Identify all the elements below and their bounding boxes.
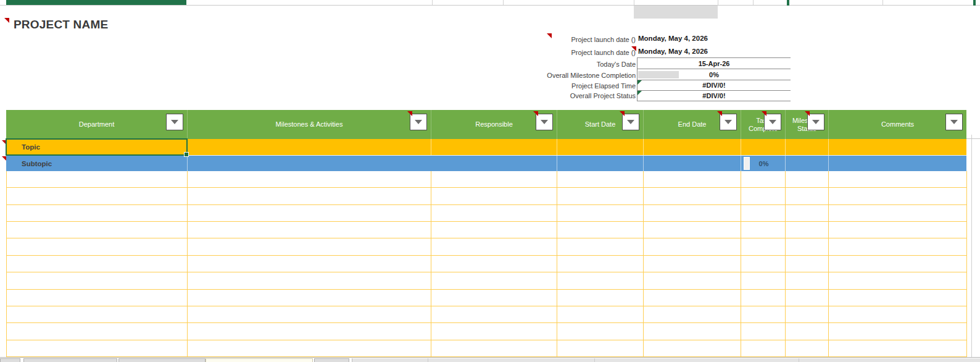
empty-cell[interactable]: [829, 306, 967, 323]
milestone-completion-cell[interactable]: 0%: [637, 69, 791, 80]
filter-dropdown-button[interactable]: [536, 114, 553, 130]
empty-cell[interactable]: [786, 205, 829, 222]
header-end-date[interactable]: End Date: [643, 110, 741, 139]
empty-cell[interactable]: [786, 290, 829, 306]
empty-cell[interactable]: [557, 205, 644, 222]
empty-cell[interactable]: [644, 272, 741, 289]
empty-cell[interactable]: [644, 205, 741, 222]
empty-cell[interactable]: [7, 188, 188, 204]
empty-cell[interactable]: [431, 222, 557, 238]
empty-cell[interactable]: [644, 290, 741, 306]
topic-task-complete-cell[interactable]: [741, 139, 785, 155]
empty-cell[interactable]: [7, 171, 188, 188]
empty-cell[interactable]: [741, 188, 786, 204]
filter-dropdown-button[interactable]: [720, 114, 737, 130]
filter-dropdown-button[interactable]: [807, 114, 824, 130]
empty-cell[interactable]: [786, 340, 829, 357]
sheet-tab[interactable]: [118, 358, 206, 362]
empty-cell[interactable]: [829, 188, 967, 204]
sheet-tab-active[interactable]: [206, 358, 313, 362]
empty-cell[interactable]: [431, 323, 557, 340]
topic-responsible-cell[interactable]: [431, 139, 557, 155]
empty-cell[interactable]: [431, 306, 557, 323]
empty-cell[interactable]: [7, 205, 188, 222]
subtopic-task-complete-cell[interactable]: 0%: [741, 156, 785, 171]
subtopic-department-cell[interactable]: Subtopic: [6, 156, 187, 171]
empty-cell[interactable]: [7, 272, 188, 289]
empty-cell[interactable]: [557, 272, 644, 289]
filter-dropdown-button[interactable]: [945, 114, 963, 130]
sheet-tab[interactable]: [23, 358, 117, 362]
empty-cell[interactable]: [188, 171, 431, 188]
empty-cell[interactable]: [829, 222, 967, 238]
empty-cell[interactable]: [431, 171, 557, 188]
empty-cell[interactable]: [741, 290, 786, 306]
empty-cell[interactable]: [786, 222, 829, 238]
empty-cell[interactable]: [786, 188, 829, 204]
subtopic-comments-cell[interactable]: [828, 156, 966, 171]
empty-cell[interactable]: [741, 306, 786, 323]
subtopic-milestone-status-cell[interactable]: [785, 156, 828, 171]
empty-cell[interactable]: [7, 290, 188, 306]
empty-cell[interactable]: [644, 323, 741, 340]
empty-cell[interactable]: [786, 272, 829, 289]
empty-cell[interactable]: [557, 340, 644, 357]
empty-cell[interactable]: [557, 238, 644, 255]
filter-dropdown-button[interactable]: [622, 114, 639, 130]
empty-cell[interactable]: [188, 205, 431, 222]
topic-milestone-status-cell[interactable]: [785, 139, 828, 155]
empty-cell[interactable]: [431, 256, 557, 272]
todays-date-cell[interactable]: 15-Apr-26: [637, 58, 791, 69]
empty-cell[interactable]: [188, 222, 431, 238]
header-responsible[interactable]: Responsible: [431, 110, 557, 139]
empty-cell[interactable]: [741, 340, 786, 357]
empty-cell[interactable]: [188, 256, 431, 272]
empty-cell[interactable]: [557, 256, 644, 272]
empty-cell[interactable]: [188, 272, 431, 289]
empty-cell[interactable]: [7, 323, 188, 340]
empty-cell[interactable]: [431, 205, 557, 222]
empty-cell[interactable]: [741, 238, 786, 255]
filter-dropdown-button[interactable]: [764, 114, 781, 130]
project-status-cell[interactable]: #DIV/0!: [637, 91, 791, 101]
empty-cell[interactable]: [431, 272, 557, 289]
header-milestones-activities[interactable]: Milestones & Activities: [187, 110, 431, 139]
elapsed-time-cell[interactable]: #DIV/0!: [637, 80, 791, 91]
empty-cell[interactable]: [644, 171, 741, 188]
empty-cell[interactable]: [188, 323, 431, 340]
empty-cell[interactable]: [557, 171, 644, 188]
header-task-complete[interactable]: Task Complete: [741, 110, 785, 139]
empty-cell[interactable]: [431, 188, 557, 204]
topic-comments-cell[interactable]: [828, 139, 966, 155]
empty-cell[interactable]: [829, 272, 967, 289]
empty-cell[interactable]: [188, 238, 431, 255]
empty-cell[interactable]: [786, 323, 829, 340]
topic-start-date-cell[interactable]: [557, 139, 643, 155]
empty-cell[interactable]: [431, 290, 557, 306]
launch-date-value-2[interactable]: Monday, May 4, 2026: [638, 47, 708, 56]
empty-cell[interactable]: [188, 340, 431, 357]
empty-cell[interactable]: [557, 222, 644, 238]
empty-cell[interactable]: [741, 272, 786, 289]
empty-cell[interactable]: [644, 306, 741, 323]
empty-cell[interactable]: [786, 306, 829, 323]
empty-cell[interactable]: [741, 256, 786, 272]
empty-cell[interactable]: [741, 171, 786, 188]
empty-cell[interactable]: [829, 290, 967, 306]
header-department[interactable]: Department: [6, 110, 187, 139]
empty-cell[interactable]: [7, 340, 188, 357]
empty-cell[interactable]: [829, 171, 967, 188]
empty-cell[interactable]: [644, 238, 741, 255]
empty-cell[interactable]: [557, 306, 644, 323]
subtopic-milestones-cell[interactable]: [187, 156, 557, 171]
empty-cell[interactable]: [557, 188, 644, 204]
empty-cell[interactable]: [786, 238, 829, 255]
topic-end-date-cell[interactable]: [643, 139, 741, 155]
empty-cell[interactable]: [829, 205, 967, 222]
empty-cell[interactable]: [431, 340, 557, 357]
sheet-tab[interactable]: [0, 358, 20, 362]
empty-cell[interactable]: [557, 323, 644, 340]
empty-cell[interactable]: [786, 256, 829, 272]
empty-cell[interactable]: [431, 238, 557, 255]
empty-cell[interactable]: [644, 256, 741, 272]
